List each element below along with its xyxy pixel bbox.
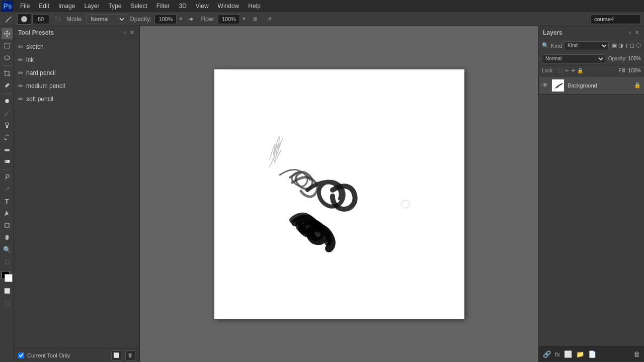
opacity-value: 100% <box>628 56 641 61</box>
hand-tool[interactable] <box>2 232 13 243</box>
layers-close-btn[interactable]: ✕ <box>634 29 640 36</box>
tablet-pressure-icon[interactable]: ⊞ <box>250 14 261 25</box>
screen-mode-btn[interactable]: ⬜ <box>2 285 13 296</box>
menu-filter[interactable]: Filter <box>152 2 174 11</box>
delete-preset-btn[interactable]: 🗑 <box>125 350 135 360</box>
text-tool[interactable]: T <box>2 196 13 207</box>
close-panel-btn[interactable]: ✕ <box>128 29 135 36</box>
opacity-group: ▼ <box>154 14 183 24</box>
kind-smart-icon[interactable]: ⬡ <box>636 42 641 49</box>
smoothing-icon[interactable]: ↺ <box>264 14 275 25</box>
current-tool-only-checkbox[interactable] <box>18 352 24 358</box>
layer-mask-btn[interactable]: ⬜ <box>564 350 572 358</box>
spot-heal-tool[interactable] <box>2 96 13 107</box>
menu-3d[interactable]: 3D <box>175 2 190 11</box>
background-color[interactable] <box>5 274 13 282</box>
brush-size-input[interactable] <box>32 14 49 24</box>
kind-dropdown[interactable]: Kind <box>564 41 609 50</box>
layers-collapse-btn[interactable]: « <box>627 29 632 36</box>
brush-tool-icon[interactable] <box>3 14 14 25</box>
kind-type-icon[interactable]: T <box>625 43 628 49</box>
color-swatches <box>2 271 13 282</box>
kind-shape-icon[interactable]: ◻ <box>630 42 634 49</box>
kind-adjustment-icon[interactable]: ◑ <box>618 42 623 49</box>
kind-icons: ▣ ◑ T ◻ ⬡ <box>612 42 641 49</box>
eyedropper-tool[interactable] <box>2 80 13 91</box>
pen-tool[interactable] <box>2 184 13 195</box>
brush-tool-left[interactable] <box>2 108 13 119</box>
airbrush-icon[interactable] <box>186 14 197 25</box>
preset-item-soft-pencil[interactable]: ✏ soft pencil <box>14 93 139 106</box>
shape-tool[interactable] <box>2 220 13 231</box>
preset-item-sketch[interactable]: ✏ sketch <box>14 40 139 53</box>
opacity-arrow[interactable]: ▼ <box>178 16 183 22</box>
lock-icons: ⬛ ✏ ✛ 🔒 <box>557 68 583 73</box>
brush-size-picker[interactable] <box>17 14 31 25</box>
layer-effects-btn[interactable]: fx <box>555 350 560 358</box>
menu-type[interactable]: Type <box>104 2 125 11</box>
tool-presets-panel: Tool Presets « ✕ ✏ sketch ✏ ink ✏ hard p… <box>14 26 140 362</box>
crop-tool[interactable] <box>2 68 13 79</box>
drawing-canvas[interactable] <box>214 69 464 319</box>
canvas-area[interactable] <box>140 26 538 362</box>
history-brush-tool[interactable] <box>2 132 13 143</box>
lock-transparent-btn[interactable]: ⬛ <box>557 68 563 73</box>
move-tool[interactable] <box>2 28 13 39</box>
canvas-container <box>214 69 464 319</box>
link-layers-btn[interactable]: 🔗 <box>543 350 551 358</box>
lock-position-btn[interactable]: ✛ <box>571 68 575 73</box>
preset-item-hard-pencil[interactable]: ✏ hard pencil <box>14 66 139 79</box>
change-screen-btn[interactable]: ⬛ <box>2 297 13 308</box>
lock-pixels-btn[interactable]: ✏ <box>565 68 569 73</box>
flow-label: Flow: <box>200 16 215 23</box>
marquee-tool[interactable] <box>2 40 13 51</box>
preset-icon-hard-pencil: ✏ <box>18 69 23 76</box>
dodge-tool[interactable] <box>2 171 13 183</box>
svg-rect-2 <box>5 43 10 48</box>
opacity-label: Opacity: <box>608 56 627 61</box>
menu-select[interactable]: Select <box>126 2 151 11</box>
svg-rect-8 <box>5 149 10 151</box>
delete-layer-btn[interactable]: 🗑 <box>633 350 640 358</box>
layer-visibility-icon[interactable]: 👁 <box>542 81 548 89</box>
menu-window[interactable]: Window <box>214 2 244 11</box>
layers-header: Layers « ✕ <box>539 26 644 39</box>
new-group-btn[interactable]: 📁 <box>576 350 584 358</box>
layer-item-background[interactable]: 👁 Background 🔒 <box>539 76 644 95</box>
zoom-tool[interactable]: 🔍 <box>2 244 13 255</box>
new-preset-btn[interactable]: ⬜ <box>111 350 121 360</box>
opacity-input[interactable] <box>154 14 177 24</box>
flow-arrow[interactable]: ▼ <box>242 16 247 22</box>
menu-help[interactable]: Help <box>244 2 265 11</box>
preset-item-ink[interactable]: ✏ ink <box>14 53 139 66</box>
svg-point-14 <box>401 200 410 208</box>
gradient-tool[interactable] <box>2 156 13 167</box>
flow-group: ▼ <box>218 14 247 24</box>
layers-mode-dropdown[interactable]: Normal Multiply Screen <box>542 54 605 63</box>
menu-layer[interactable]: Layer <box>80 2 103 11</box>
layers-lock-row: Lock: ⬛ ✏ ✛ 🔒 Fill: 100% <box>539 65 644 76</box>
kind-pixel-icon[interactable]: ▣ <box>612 42 617 49</box>
menu-image[interactable]: Image <box>54 2 79 11</box>
brush-toggle-icon[interactable]: ⬛ <box>52 14 63 25</box>
lasso-tool[interactable] <box>2 52 13 63</box>
tool-presets-header: Tool Presets « ✕ <box>14 26 139 39</box>
menu-file[interactable]: File <box>16 2 34 11</box>
menu-view[interactable]: View <box>192 2 213 11</box>
opacity-group: Opacity: 100% <box>608 56 641 61</box>
quick-mask-tool[interactable]: ⬚ <box>2 256 13 267</box>
menu-edit[interactable]: Edit <box>35 2 53 11</box>
mode-dropdown[interactable]: Normal Dissolve Multiply Screen <box>86 14 126 24</box>
preset-name-medium-pencil: medium pencil <box>26 82 65 89</box>
flow-input[interactable] <box>218 14 240 24</box>
lock-all-btn[interactable]: 🔒 <box>577 68 583 73</box>
collapse-btn[interactable]: « <box>123 30 126 35</box>
eraser-tool[interactable] <box>2 144 13 155</box>
stamp-tool[interactable] <box>2 120 13 131</box>
layer-name-background: Background <box>568 82 631 88</box>
new-layer-btn[interactable]: 📄 <box>588 350 596 358</box>
path-selection-tool[interactable] <box>2 208 13 219</box>
svg-point-7 <box>6 123 9 126</box>
preset-item-medium-pencil[interactable]: ✏ medium pencil <box>14 79 139 93</box>
fill-group: Fill: 100% <box>619 68 641 73</box>
